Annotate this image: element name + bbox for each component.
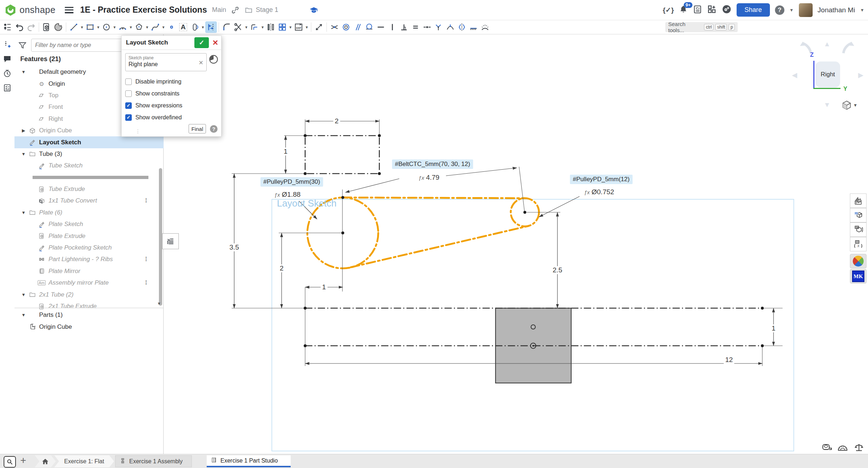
dim-rect-height[interactable]: 1	[282, 148, 289, 156]
feature-item-origin-cube[interactable]: Origin Cube	[14, 321, 164, 332]
config-dots-icon[interactable]: ⁞	[145, 256, 147, 263]
vertical-tool-icon[interactable]	[387, 21, 398, 33]
checkbox-show-overdefined[interactable]: ✓Show overdefined	[125, 111, 182, 123]
filter-funnel-icon[interactable]	[18, 41, 27, 50]
graphics-canvas[interactable]: .g{stroke:#2e2e2e;stroke-width:2.6;fill:…	[164, 34, 868, 454]
dim-rect-width[interactable]: 2	[333, 117, 340, 125]
feature-item-2x1-tube-2-[interactable]: ▼2x1 Tube (2)	[14, 289, 164, 300]
feature-item-layout-sketch[interactable]: Layout Sketch	[14, 136, 164, 148]
curvature-tool-icon[interactable]	[444, 21, 456, 33]
rollback-clock-icon[interactable]	[209, 55, 218, 64]
sketch-plane-value[interactable]: Right plane	[128, 61, 206, 68]
equal-tool-icon[interactable]	[410, 21, 421, 33]
checkbox-box[interactable]	[125, 78, 132, 85]
tab-exercise-1-flat[interactable]: Exercise 1: Flat	[54, 455, 114, 467]
featurescript-icon[interactable]: {✓}	[663, 6, 674, 14]
undo-tool-icon[interactable]	[14, 21, 25, 33]
line-tool-icon[interactable]	[68, 21, 80, 33]
fix-tool-icon[interactable]	[468, 21, 479, 33]
configured-properties-icon[interactable]: x	[850, 237, 867, 251]
dialog-help-icon[interactable]: ?	[210, 125, 218, 133]
feature-item-assembly-mirror-plate[interactable]: AmAssembly mirror Plate⁞	[14, 277, 164, 289]
checkbox-show-expressions[interactable]: ✓Show expressions	[125, 99, 182, 111]
feature-item-plate-mirror[interactable]: Plate Mirror	[14, 265, 164, 277]
corner-rectangle-tool-icon[interactable]	[84, 21, 96, 33]
linear-pattern-tool-icon[interactable]	[277, 21, 288, 33]
feature-item-plate-extrude[interactable]: Plate Extrude	[14, 230, 164, 242]
dim-bar-height[interactable]: 1	[770, 324, 777, 332]
tape-measure-icon[interactable]	[822, 443, 833, 452]
concentric-tool-icon[interactable]	[340, 21, 352, 33]
user-menu-caret-icon[interactable]: ▼	[860, 8, 864, 13]
link-icon[interactable]	[231, 6, 239, 14]
sketch-feature-list-tool-icon[interactable]	[2, 21, 14, 33]
dim-pulley2-drop[interactable]: 2.5	[551, 266, 564, 274]
insert-feature-icon[interactable]	[0, 37, 14, 52]
configured-features-icon[interactable]	[850, 208, 867, 222]
graduation-cap-icon[interactable]	[309, 6, 319, 14]
slot-tool-icon[interactable]	[189, 21, 201, 33]
feature-item-tube-3-[interactable]: ▼Tube (3)	[14, 148, 164, 160]
checkbox-disable-imprinting[interactable]: Disable imprinting	[125, 76, 182, 88]
extrude-tool-icon[interactable]	[41, 21, 52, 33]
feature-item-tube-extrude[interactable]: Tube Extrude	[14, 183, 164, 195]
user-avatar[interactable]	[799, 3, 813, 17]
perpendicular-tool-icon[interactable]	[398, 21, 410, 33]
search-tools[interactable]: Search tools... ctrl shift p	[665, 22, 738, 32]
dim-pulley-drop[interactable]: 2	[278, 264, 285, 272]
fx-dim-ctc[interactable]: ƒx4.79	[417, 174, 441, 182]
user-name[interactable]: Jonathan Mi	[818, 6, 855, 14]
feature-item-tube-sketch[interactable]: Tube Sketch	[14, 160, 164, 171]
share-button[interactable]: Share	[737, 3, 770, 17]
sketch-plane-field[interactable]: Sketch plane Right plane ✕	[125, 53, 207, 71]
checkbox-box[interactable]	[125, 90, 132, 97]
hamburger-menu-icon[interactable]	[65, 7, 73, 13]
pulley-12-center[interactable]	[523, 211, 526, 214]
learning-center-icon[interactable]	[722, 4, 732, 16]
feature-item-plate-pocketing-sketch[interactable]: Plate Pocketing Sketch	[14, 242, 164, 254]
view-rotate-up-icon[interactable]: ▲	[824, 40, 831, 48]
import-dxf-dropdown-caret-icon[interactable]: ▼	[304, 25, 309, 29]
normal-tool-icon[interactable]	[479, 21, 491, 33]
pulley-30-center[interactable]	[341, 231, 344, 234]
tab-exercise-1-assembly[interactable]: Exercise 1 Assembly	[115, 455, 192, 467]
cancel-button[interactable]: ✕	[211, 37, 220, 48]
expand-caret-icon[interactable]: ▼	[20, 210, 28, 215]
mass-properties-icon[interactable]	[854, 443, 864, 452]
feature-item-part-lightening-ribs[interactable]: Part Lightening - ? Ribs⁞	[14, 254, 164, 265]
checkbox-box[interactable]: ✓	[125, 102, 132, 109]
revolve-tool-icon[interactable]	[52, 21, 64, 33]
branch-name[interactable]: Main	[212, 6, 226, 14]
circle-dropdown-caret-icon[interactable]: ▼	[112, 25, 117, 29]
feature-item-1x1-tube-convert[interactable]: 1x1 Tube Convert⁞	[14, 195, 164, 207]
clear-selection-icon[interactable]: ✕	[199, 59, 203, 66]
history-icon[interactable]	[0, 66, 14, 81]
parts-header[interactable]: ▼Parts (1)	[14, 309, 164, 321]
expand-caret-icon[interactable]: ▶	[20, 128, 28, 133]
redo-tool-icon[interactable]	[25, 21, 37, 33]
expression-chip-pulley12[interactable]: #PulleyPD_5mm(12)	[570, 175, 633, 184]
dim-offset-v[interactable]: 3.5	[228, 243, 240, 251]
line-dropdown-caret-icon[interactable]: ▼	[80, 25, 84, 29]
offset-tool-icon[interactable]	[249, 21, 260, 33]
appearance-icon[interactable]	[850, 193, 867, 208]
tab-search-button[interactable]	[4, 456, 16, 468]
cut-list-icon[interactable]	[0, 81, 14, 95]
spline-tool-icon[interactable]	[149, 21, 161, 33]
feature-item-plate-sketch[interactable]: Plate Sketch	[14, 218, 164, 230]
view-rotate-left-icon[interactable]: ◀	[792, 71, 797, 79]
comments-icon[interactable]	[0, 52, 14, 66]
tangent-tool-icon[interactable]	[363, 21, 375, 33]
expression-chip-belt[interactable]: #BeltCTC_5mm(70, 30, 12)	[392, 159, 473, 169]
belt-top-tangent[interactable]	[343, 197, 525, 198]
belt-bottom-tangent[interactable]	[351, 226, 528, 267]
trim-dropdown-caret-icon[interactable]: ▼	[244, 25, 249, 29]
view-rotate-right-icon[interactable]: ▶	[858, 71, 864, 79]
corner-rectangle-dropdown-caret-icon[interactable]: ▼	[96, 25, 101, 29]
configured-parts-icon[interactable]	[850, 222, 867, 237]
checkbox-box[interactable]: ✓	[125, 114, 132, 121]
scroll-down-icon[interactable]: ▼	[157, 301, 161, 306]
point-tool-icon[interactable]	[166, 21, 177, 33]
trim-tool-icon[interactable]	[232, 21, 244, 33]
import-dxf-tool-icon[interactable]: DXF	[293, 21, 304, 33]
